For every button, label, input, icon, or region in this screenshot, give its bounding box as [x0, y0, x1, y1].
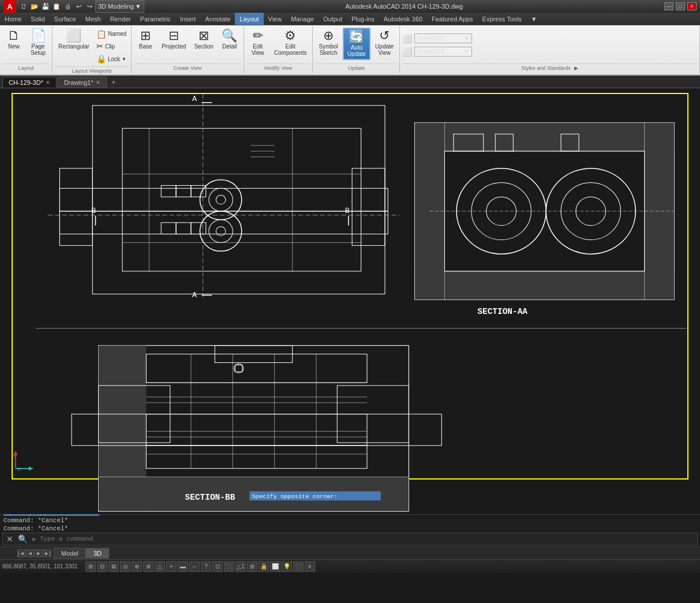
section-icon: ⊠	[199, 29, 209, 42]
projected-button[interactable]: ⊟ Projected	[158, 28, 189, 51]
rectangular-button[interactable]: ⬜ Rectangular	[55, 28, 93, 51]
redo-btn[interactable]: ↪	[84, 1, 95, 12]
canvas-area[interactable]: X Y	[0, 88, 700, 514]
symbol-sketch-button[interactable]: ⊕ Symbol Sketch	[315, 28, 341, 58]
menu-manage[interactable]: Manage	[286, 13, 319, 25]
detail-button[interactable]: 🔍 Detail	[218, 28, 241, 51]
menu-render[interactable]: Render	[106, 13, 136, 25]
menu-view[interactable]: View	[264, 13, 287, 25]
menu-mesh[interactable]: Mesh	[81, 13, 106, 25]
svg-rect-8	[59, 188, 388, 211]
named-button[interactable]: 📋 Named	[94, 28, 129, 40]
saveas-btn[interactable]: 📋	[51, 1, 62, 12]
ribbon-group-modifyview: ✏ Edit View ⚙ Edit Components Modify Vie…	[244, 27, 313, 73]
ducs-icon[interactable]: △	[155, 561, 165, 572]
workspace-selector[interactable]: 3D Modeling ▼	[95, 0, 144, 13]
new-btn[interactable]: 🗋	[18, 1, 29, 12]
model-tab-model[interactable]: Model	[54, 548, 86, 559]
menu-express-tools[interactable]: Express Tools	[478, 13, 526, 25]
ribbon-viewports-buttons: ⬜ Rectangular 📋 Named ✂ Clip 🔒 Lock	[55, 28, 129, 65]
isolate-objects[interactable]: 💡	[282, 561, 292, 572]
close-tab-2[interactable]: ✕	[96, 80, 100, 85]
ribbon-layout-buttons: 🗋 New 📄 Page Setup	[2, 28, 50, 62]
tp-icon[interactable]: ↔	[189, 561, 200, 572]
nav-next[interactable]: ►	[35, 549, 43, 557]
open-btn[interactable]: 📂	[29, 1, 40, 12]
update-view-button[interactable]: ↺ Update View	[372, 28, 397, 58]
tab-ch129-3d[interactable]: CH-129-3D* ✕	[2, 77, 57, 88]
ribbon-group-createview: ⊞ Base ⊟ Projected ⊠ Section 🔍 Detail Cr…	[132, 27, 244, 73]
svg-text:B: B	[91, 207, 96, 215]
style-dropdown-2[interactable]: Imperial24 ▼	[414, 47, 472, 57]
ws-icon[interactable]: ⊞	[247, 561, 257, 572]
page-setup-button[interactable]: 📄 Page Setup	[27, 28, 50, 58]
ortho-icon[interactable]: ⊠	[108, 561, 119, 572]
grid-icon[interactable]: ⊟	[97, 561, 107, 572]
edit-view-button[interactable]: ✏ Edit View	[246, 28, 269, 58]
title-bar-left: A 🗋 📂 💾 📋 🖨 ↩ ↪ 3D Modeling ▼	[3, 0, 144, 13]
sc-icon[interactable]: ⊡	[212, 561, 223, 572]
menu-home[interactable]: Home	[0, 13, 26, 25]
otrack-icon[interactable]: ⊗	[143, 561, 154, 572]
menu-autodesk360[interactable]: Autodesk 360	[379, 13, 427, 25]
nav-first[interactable]: |◄	[17, 549, 25, 557]
styles-expand-arrow[interactable]: ▶	[574, 65, 578, 71]
close-tab-1[interactable]: ✕	[46, 80, 50, 85]
close-btn[interactable]: ✕	[687, 2, 697, 10]
menu-output[interactable]: Output	[319, 13, 347, 25]
menu-featured-apps[interactable]: Featured Apps	[427, 13, 478, 25]
minimize-btn[interactable]: —	[664, 2, 673, 10]
section-button[interactable]: ⊠ Section	[190, 28, 216, 51]
menu-more[interactable]: ▼	[526, 13, 542, 25]
polar-icon[interactable]: ◎	[120, 561, 130, 572]
edit-components-button[interactable]: ⚙ Edit Components	[271, 28, 310, 58]
auto-update-button[interactable]: 🔄 Auto Update	[343, 28, 370, 60]
edit-view-icon: ✏	[253, 29, 263, 42]
lock-button[interactable]: 🔒 Lock ▼	[94, 53, 129, 65]
lw-icon[interactable]: ▬	[178, 561, 188, 572]
osnap-icon[interactable]: ⊕	[132, 561, 142, 572]
layout-group-label: Layout	[2, 63, 50, 72]
menu-annotate[interactable]: Annotate	[200, 13, 235, 25]
menu-insert[interactable]: Insert	[175, 13, 201, 25]
base-button[interactable]: ⊞ Base	[134, 28, 157, 51]
customization-icon[interactable]: ≡	[305, 561, 315, 572]
snap-icon[interactable]: ⊞	[85, 561, 96, 572]
menu-layout[interactable]: Layout	[235, 13, 263, 25]
new-tab-button[interactable]: +	[108, 77, 119, 88]
print-btn[interactable]: 🖨	[62, 1, 73, 12]
ribbon-group-layout: 🗋 New 📄 Page Setup Layout	[0, 27, 53, 73]
qp-icon[interactable]: ?	[201, 561, 211, 572]
model-tab-3d[interactable]: 3D	[86, 548, 109, 559]
tab-drawing1[interactable]: Drawing1* ✕	[58, 77, 107, 88]
menu-surface[interactable]: Surface	[50, 13, 81, 25]
lock-icon-status[interactable]: 🔒	[259, 561, 269, 572]
nav-last[interactable]: ►|	[43, 549, 51, 557]
command-input[interactable]	[40, 535, 695, 542]
svg-rect-68	[146, 445, 367, 469]
annotation-scale[interactable]: △1	[235, 561, 246, 572]
menu-parametric[interactable]: Parametric	[136, 13, 175, 25]
style-icon-1: ⬜	[402, 34, 412, 43]
style-dropdown-1[interactable]: Imperial24 ▼	[414, 33, 472, 43]
svg-rect-6	[92, 106, 385, 294]
am-icon[interactable]: ⬛	[224, 561, 234, 572]
new-layout-button[interactable]: 🗋 New	[2, 28, 25, 51]
lock-dropdown-arrow[interactable]: ▼	[122, 57, 126, 62]
maximize-btn[interactable]: □	[676, 2, 685, 10]
menu-plugins[interactable]: Plug-ins	[347, 13, 379, 25]
undo-btn[interactable]: ↩	[73, 1, 84, 12]
save-btn[interactable]: 💾	[40, 1, 51, 12]
update-group-label: Update	[315, 63, 397, 72]
menu-solid[interactable]: Solid	[26, 13, 49, 25]
status-icons: ⊞ ⊟ ⊠ ◎ ⊕ ⊗ △ + ▬ ↔ ? ⊡ ⬛ △1 ⊞ 🔒 ⬜ 💡 ⬛ ≡	[85, 561, 315, 572]
clip-button[interactable]: ✂ Clip	[94, 40, 129, 52]
window-controls[interactable]: — □ ✕	[664, 2, 697, 10]
search-cmd-btn[interactable]: 🔍	[17, 534, 29, 544]
dyn-icon[interactable]: +	[166, 561, 177, 572]
fullscreen-icon[interactable]: ⬛	[293, 561, 304, 572]
close-cmd-btn[interactable]: ✕	[5, 534, 14, 544]
hardware-accel[interactable]: ⬜	[270, 561, 280, 572]
viewport-small-buttons: 📋 Named ✂ Clip 🔒 Lock ▼	[94, 28, 129, 65]
nav-prev[interactable]: ◄	[26, 549, 34, 557]
